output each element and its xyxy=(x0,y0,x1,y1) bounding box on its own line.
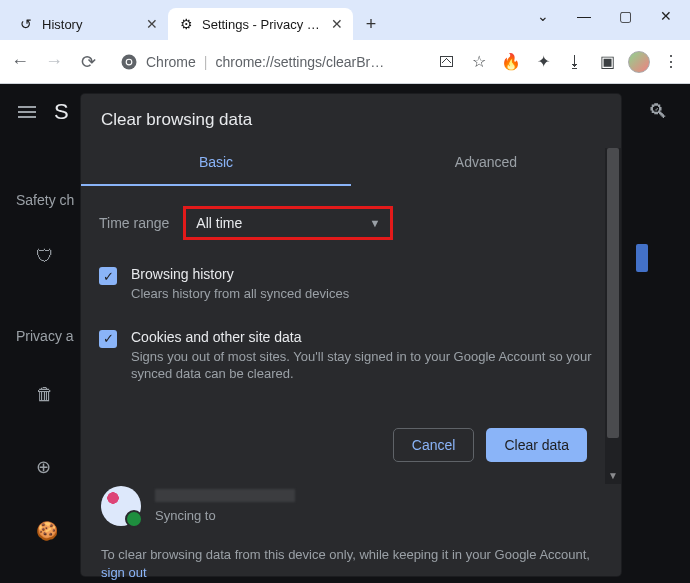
dialog-tabs: Basic Advanced xyxy=(81,140,621,186)
chrome-icon xyxy=(120,53,138,71)
bookmark-star-icon[interactable]: ☆ xyxy=(468,52,490,71)
tab-history[interactable]: ↺ History ✕ xyxy=(8,8,168,40)
tab-advanced[interactable]: Advanced xyxy=(351,140,621,186)
opt-browsing-history-desc: Clears history from all synced devices xyxy=(131,285,349,303)
dialog-scrollbar[interactable]: ▼ xyxy=(605,148,621,484)
window-min-icon[interactable]: — xyxy=(577,8,591,24)
share-icon[interactable]: ⮹ xyxy=(436,53,458,71)
gear-icon: ⚙ xyxy=(178,16,194,32)
tab-settings-close-icon[interactable]: ✕ xyxy=(331,16,343,32)
sign-out-link[interactable]: sign out xyxy=(101,565,147,580)
reload-button[interactable]: ⟳ xyxy=(76,51,100,73)
dialog-footnote: To clear browsing data from this device … xyxy=(101,546,591,582)
dialog-title: Clear browsing data xyxy=(81,94,621,140)
forward-button[interactable]: → xyxy=(42,51,66,72)
time-range-value: All time xyxy=(196,215,242,231)
window-close-icon[interactable]: ✕ xyxy=(660,8,672,24)
sync-row: Syncing to xyxy=(101,486,295,526)
clear-data-button[interactable]: Clear data xyxy=(486,428,587,462)
new-tab-button[interactable]: + xyxy=(357,10,385,38)
clear-data-dialog: Clear browsing data Basic Advanced Time … xyxy=(81,94,621,576)
history-icon: ↺ xyxy=(18,16,34,32)
cookie-icon: 🍪 xyxy=(36,520,58,542)
hamburger-icon[interactable] xyxy=(18,106,36,118)
back-button[interactable]: ← xyxy=(8,51,32,72)
cancel-button[interactable]: Cancel xyxy=(393,428,475,462)
footnote-text: To clear browsing data from this device … xyxy=(101,547,590,562)
tab-basic[interactable]: Basic xyxy=(81,140,351,186)
target-icon: ⊕ xyxy=(36,456,51,478)
menu-icon[interactable]: ⋮ xyxy=(660,52,682,71)
scrollbar-thumb[interactable] xyxy=(607,148,619,438)
safety-check-label: Safety ch xyxy=(16,192,74,208)
time-range-label: Time range xyxy=(99,215,169,231)
fire-icon[interactable]: 🔥 xyxy=(500,52,522,71)
opt-browsing-history-title: Browsing history xyxy=(131,266,349,282)
svg-point-2 xyxy=(127,59,132,64)
tab-history-close-icon[interactable]: ✕ xyxy=(146,16,158,32)
sync-name-redacted xyxy=(155,489,295,502)
sync-status: Syncing to xyxy=(155,508,295,523)
tab-settings[interactable]: ⚙ Settings - Privacy and ✕ xyxy=(168,8,353,40)
address-url: chrome://settings/clearBr… xyxy=(215,54,384,70)
address-bar[interactable]: Chrome | chrome://settings/clearBr… xyxy=(110,46,426,78)
opt-cookies-title: Cookies and other site data xyxy=(131,329,603,345)
address-prefix: Chrome xyxy=(146,54,196,70)
opt-cookies-desc: Signs you out of most sites. You'll stay… xyxy=(131,348,603,383)
tab-history-label: History xyxy=(42,17,138,32)
checkbox-cookies[interactable]: ✓ xyxy=(99,330,117,348)
trash-icon: 🗑 xyxy=(36,384,54,405)
toolbar: ← → ⟳ Chrome | chrome://settings/clearBr… xyxy=(0,40,690,84)
downloads-icon[interactable]: ⭳ xyxy=(564,53,586,71)
scroll-down-icon[interactable]: ▼ xyxy=(608,470,618,480)
search-icon[interactable]: 🔍︎ xyxy=(648,100,668,123)
chevron-down-icon: ▼ xyxy=(369,217,380,229)
shield-icon: 🛡 xyxy=(36,246,54,267)
page-content: S 🔍︎ Safety ch 🛡 Privacy a 🗑 ⊕ 🍪 Clear b… xyxy=(0,84,690,583)
checkbox-browsing-history[interactable]: ✓ xyxy=(99,267,117,285)
settings-page-title: S xyxy=(54,99,69,125)
window-dropdown-icon[interactable]: ⌄ xyxy=(537,8,549,24)
time-range-select[interactable]: All time ▼ xyxy=(183,206,393,240)
sync-avatar-icon[interactable] xyxy=(101,486,141,526)
window-max-icon[interactable]: ▢ xyxy=(619,8,632,24)
sidebar-accent xyxy=(636,244,648,272)
profile-avatar-icon[interactable] xyxy=(628,51,650,73)
address-sep: | xyxy=(204,54,208,70)
reader-icon[interactable]: ▣ xyxy=(596,52,618,71)
tab-settings-label: Settings - Privacy and xyxy=(202,17,323,32)
privacy-label: Privacy a xyxy=(16,328,74,344)
extensions-icon[interactable]: ✦ xyxy=(532,52,554,71)
